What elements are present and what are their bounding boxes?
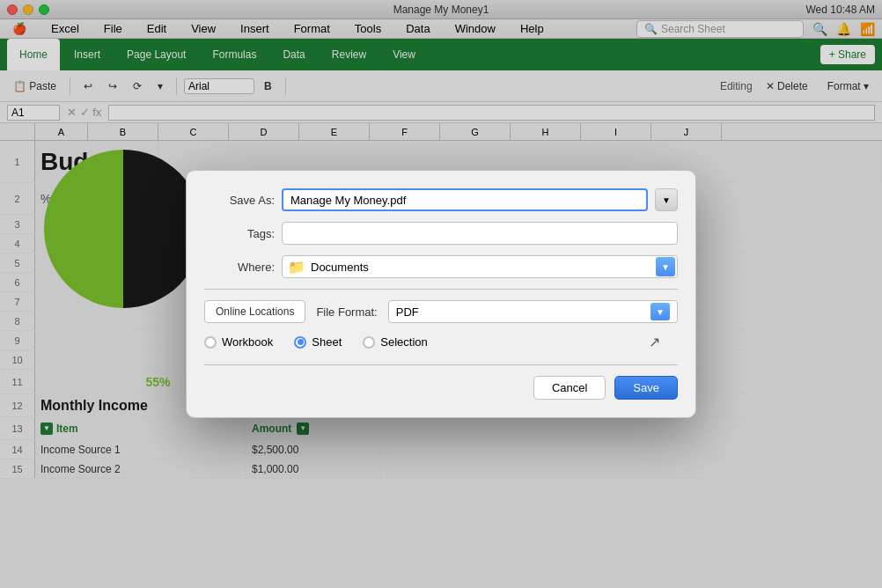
- radio-workbook[interactable]: Workbook: [204, 335, 273, 349]
- dialog-buttons: Cancel Save: [204, 376, 678, 400]
- radio-circle-workbook[interactable]: [204, 336, 217, 349]
- file-format-dropdown[interactable]: ▼: [650, 303, 670, 320]
- chevron-icon: ▼: [661, 262, 670, 272]
- where-chevron[interactable]: ▼: [656, 257, 675, 276]
- where-label: Where:: [204, 261, 275, 274]
- online-locations-button[interactable]: Online Locations: [204, 300, 305, 323]
- tags-row: Tags:: [204, 222, 678, 245]
- radio-label-workbook: Workbook: [222, 335, 273, 349]
- folder-icon: 📁: [288, 259, 305, 276]
- cursor-area: ↗: [449, 334, 678, 350]
- chevron-down-icon-2: ▼: [656, 307, 665, 317]
- radio-selection[interactable]: Selection: [363, 335, 427, 349]
- save-button[interactable]: Save: [614, 376, 678, 400]
- dialog-separator-2: [204, 364, 678, 365]
- save-as-dialog: Save As: ▼ Tags: Where: 📁 Documents ▼: [186, 170, 696, 418]
- save-as-row: Save As: ▼: [204, 188, 678, 211]
- file-format-value: PDF: [396, 305, 650, 319]
- cancel-button[interactable]: Cancel: [533, 376, 606, 400]
- radio-circle-selection[interactable]: [363, 336, 375, 349]
- where-row: Where: 📁 Documents ▼: [204, 255, 678, 278]
- where-selector[interactable]: 📁 Documents ▼: [282, 255, 678, 278]
- file-format-label: File Format:: [316, 305, 377, 319]
- dialog-separator-1: [204, 289, 678, 290]
- file-format-selector[interactable]: PDF ▼: [388, 300, 678, 323]
- tags-label: Tags:: [204, 227, 275, 240]
- radio-circle-sheet[interactable]: [294, 336, 306, 349]
- radio-options-row: Workbook Sheet Selection ↗: [204, 334, 678, 350]
- dialog-overlay: Save As: ▼ Tags: Where: 📁 Documents ▼: [0, 0, 882, 588]
- save-as-label: Save As:: [204, 194, 275, 207]
- save-as-input[interactable]: [282, 188, 648, 211]
- where-value: Documents: [305, 261, 656, 274]
- tags-input[interactable]: [282, 222, 678, 245]
- chevron-down-icon: ▼: [662, 195, 671, 205]
- cursor-indicator: ↗: [649, 334, 660, 350]
- format-row: Online Locations File Format: PDF ▼: [204, 300, 678, 323]
- radio-dot-sheet: [298, 339, 304, 345]
- radio-sheet[interactable]: Sheet: [294, 335, 342, 349]
- save-as-dropdown[interactable]: ▼: [655, 188, 678, 211]
- radio-label-sheet: Sheet: [312, 335, 342, 349]
- radio-label-selection: Selection: [380, 335, 427, 349]
